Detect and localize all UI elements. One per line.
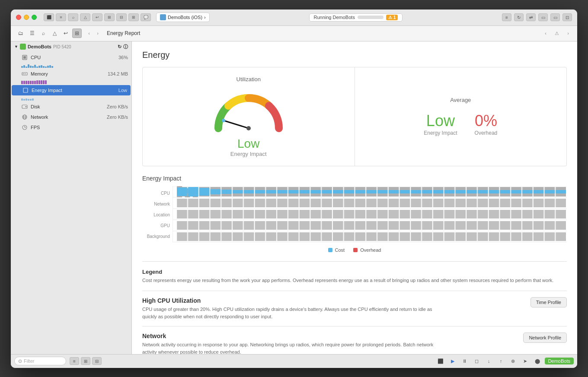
grid-view-toggle[interactable]: ⊞ xyxy=(72,29,82,38)
refresh-button[interactable]: ⇄ xyxy=(526,13,536,21)
split-view-button[interactable]: ▭ xyxy=(538,13,548,21)
sidebar-item-disk[interactable]: Disk Zero KB/s xyxy=(11,101,131,112)
svg-point-16 xyxy=(222,119,225,122)
filter-input-container[interactable]: ⊙ Filter xyxy=(14,357,66,365)
comment-toolbar-button[interactable]: 💬 xyxy=(141,13,151,21)
metric-network-desc: Network activity occurring in response t… xyxy=(142,341,445,354)
sidebar-item-network[interactable]: Network Zero KB/s xyxy=(11,112,131,122)
download-button[interactable]: ↓ xyxy=(484,357,494,365)
average-panel: Average Low Energy Impact 0% Overhead xyxy=(355,67,567,166)
network-profile-button[interactable]: Network Profile xyxy=(523,333,567,343)
refresh-icon[interactable]: ↻ xyxy=(118,44,121,50)
layers-button[interactable]: ⊗ xyxy=(508,357,518,365)
location-button[interactable]: △ xyxy=(50,29,59,38)
sidebar-item-fps[interactable]: FPS xyxy=(11,122,131,133)
chart-legend: Cost Overhead xyxy=(142,247,567,253)
grid-view-button[interactable]: ⊞ xyxy=(104,13,115,21)
folder-button[interactable]: 🗂 xyxy=(16,29,26,38)
bottom-grid-button[interactable]: ⊞ xyxy=(81,357,90,365)
fullscreen-button[interactable]: ⊡ xyxy=(562,13,572,21)
fps-label: FPS xyxy=(31,125,128,130)
scheme-name: DemoBots (iOS) xyxy=(168,15,202,20)
legend-text: Cost represents energy use resulting fro… xyxy=(142,277,567,284)
scheme-selector[interactable]: DemoBots (iOS) › xyxy=(156,13,210,22)
stop-button[interactable]: ◻ xyxy=(472,357,482,365)
gauge-sub: Energy Impact xyxy=(230,151,267,157)
legend-overhead: Overhead xyxy=(353,247,381,253)
chart-label-network: Network xyxy=(142,202,173,206)
sidebar-spacer xyxy=(11,133,131,354)
gauge-status: Low xyxy=(230,137,267,151)
format-button[interactable]: ≡ xyxy=(502,13,511,21)
section-divider-1 xyxy=(142,261,567,262)
progress-bar xyxy=(358,16,383,19)
info-icon[interactable]: ⓘ xyxy=(123,44,128,50)
energy-label: Energy Impact xyxy=(32,88,118,93)
camera-button[interactable]: ⬤ xyxy=(533,357,542,365)
time-profile-button[interactable]: Time Profile xyxy=(530,297,567,307)
svg-point-15 xyxy=(246,126,251,130)
toolbar: 🗂 ☰ ⌕ △ ↩ ⊞ ‹ › Energy Report ‹ ⚠ › xyxy=(11,26,577,41)
disk-label: Disk xyxy=(31,104,107,109)
play-button[interactable]: ▶ xyxy=(448,357,457,365)
disk-value: Zero KB/s xyxy=(107,104,128,109)
panel-back-button[interactable]: ‹ xyxy=(542,29,550,37)
grid-toolbar-button[interactable]: ⊟ xyxy=(116,13,127,21)
share-button[interactable]: ↻ xyxy=(514,13,524,21)
titlebar-right: ≡ ↻ ⇄ ▭ ▭ ⊡ xyxy=(502,13,572,21)
page-title: Energy xyxy=(142,50,567,60)
svg-rect-5 xyxy=(23,88,28,92)
bottom-tree-button[interactable]: ⊟ xyxy=(92,357,102,365)
minimize-button[interactable] xyxy=(24,15,29,20)
sidebar-item-memory[interactable]: Memory 134.2 MB xyxy=(11,69,131,79)
legend-cost: Cost xyxy=(328,247,345,253)
svg-line-14 xyxy=(224,120,249,128)
fps-icon xyxy=(21,124,28,131)
chart-bars-html xyxy=(173,186,567,242)
cost-label: Cost xyxy=(335,247,345,253)
magnify-button[interactable]: ⌕ xyxy=(38,29,48,38)
send-button[interactable]: ➤ xyxy=(521,357,530,365)
bottom-list-button[interactable]: ≡ xyxy=(70,357,79,365)
panel-button[interactable]: ▭ xyxy=(550,13,560,21)
screenshot-button[interactable]: ⬛ xyxy=(436,357,445,365)
nav-forward-button[interactable]: › xyxy=(94,29,102,37)
list-view-button[interactable]: ≡ xyxy=(56,13,66,21)
cpu-label: CPU xyxy=(31,55,118,60)
group-pid: PID 5420 xyxy=(53,44,71,49)
energy-chart-section: Energy Impact CPU Network Location GPU B… xyxy=(142,175,567,253)
pause-button[interactable]: ⏸ xyxy=(460,357,470,365)
chart-label-gpu: GPU xyxy=(142,223,173,228)
add-toolbar-button[interactable]: ⊞ xyxy=(128,13,139,21)
close-button[interactable] xyxy=(16,15,21,20)
warning-icon[interactable]: ⚠ xyxy=(553,29,561,37)
warning-badge: ⚠ 1 xyxy=(386,15,398,20)
warning-toolbar-button[interactable]: △ xyxy=(80,13,90,21)
app-icon xyxy=(20,44,26,50)
cost-dot xyxy=(328,248,332,252)
sidebar-group-demobots[interactable]: ▼ DemoBots PID 5420 ↻ ⓘ xyxy=(11,41,131,52)
open-folder-button[interactable]: ⬛ xyxy=(44,13,54,21)
avg-energy-sub: Energy Impact xyxy=(424,130,457,136)
nav-back-button[interactable]: ‹ xyxy=(85,29,93,37)
chevron-right-icon: › xyxy=(204,15,206,20)
sidebar-item-cpu[interactable]: CPU 36% xyxy=(11,52,131,63)
maximize-button[interactable] xyxy=(32,15,37,20)
bottom-view-controls: ≡ ⊞ ⊟ xyxy=(70,357,102,365)
gauge-label: Low Energy Impact xyxy=(230,137,267,157)
view-toggle: ⊞ xyxy=(72,29,82,38)
sidebar-item-energy-impact[interactable]: Energy Impact Low xyxy=(12,85,131,95)
back-toolbar-button[interactable]: ↩ xyxy=(92,13,102,21)
metric-high-cpu: High CPU Utilization CPU usage of greate… xyxy=(142,291,567,326)
average-values: Low Energy Impact 0% Overhead xyxy=(424,112,497,136)
list-button[interactable]: ☰ xyxy=(27,29,37,38)
search-toolbar-button[interactable]: ⌕ xyxy=(68,13,78,21)
upload-button[interactable]: ↑ xyxy=(496,357,506,365)
metric-network: Network Network activity occurring in re… xyxy=(142,326,567,354)
prev-button[interactable]: ↩ xyxy=(61,29,70,38)
panel-forward-button[interactable]: › xyxy=(564,29,572,37)
utilization-panel: Utilization xyxy=(143,67,355,166)
svg-point-7 xyxy=(26,106,27,107)
titlebar-center: Running DemoBots ⚠ 1 xyxy=(213,13,499,22)
avg-energy-item: Low Energy Impact xyxy=(424,112,457,136)
